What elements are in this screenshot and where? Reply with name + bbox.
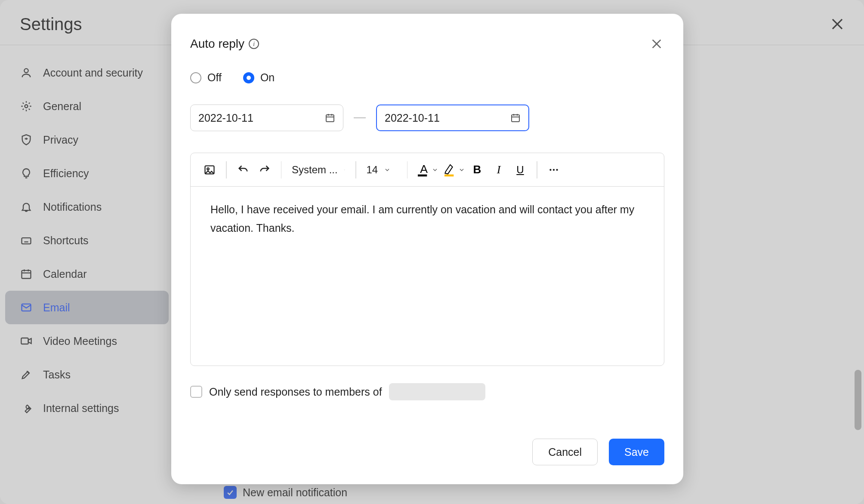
toolbar-separator — [537, 161, 537, 178]
chevron-down-icon — [344, 166, 345, 173]
modal-title-wrap: Auto reply i — [190, 37, 259, 51]
auto-reply-toggle: Off On — [190, 71, 664, 84]
chevron-down-icon — [384, 166, 391, 173]
font-size-value: 14 — [367, 164, 378, 176]
modal-footer: Cancel Save — [190, 439, 664, 465]
font-family-value: System ... — [292, 164, 338, 176]
start-date-value: 2022-10-11 — [198, 112, 253, 124]
undo-button[interactable] — [233, 160, 253, 180]
members-only-checkbox[interactable] — [190, 386, 202, 398]
insert-image-button[interactable] — [199, 160, 220, 180]
svg-rect-25 — [512, 115, 519, 122]
members-only-row: Only send responses to members of — [190, 383, 664, 400]
italic-icon: I — [497, 163, 501, 176]
cancel-button[interactable]: Cancel — [532, 439, 598, 465]
modal-title: Auto reply — [190, 37, 244, 51]
auto-reply-editor: System ... 14 A — [190, 153, 664, 366]
calendar-icon — [510, 113, 521, 123]
svg-rect-33 — [444, 174, 454, 176]
toolbar-separator — [226, 161, 227, 178]
underline-icon: U — [516, 164, 524, 176]
svg-point-34 — [549, 169, 551, 170]
radio-off[interactable]: Off — [190, 71, 222, 84]
radio-off-label: Off — [207, 71, 222, 84]
font-color-icon: A — [414, 161, 432, 178]
calendar-icon — [325, 113, 335, 123]
radio-icon — [243, 72, 254, 83]
image-icon — [204, 164, 216, 176]
toolbar-separator — [281, 161, 282, 178]
svg-rect-21 — [326, 115, 334, 122]
redo-icon — [259, 164, 271, 176]
bold-button[interactable]: B — [467, 160, 488, 180]
chevron-down-icon — [458, 166, 465, 173]
editor-toolbar: System ... 14 A — [191, 153, 664, 187]
members-org-badge — [389, 383, 485, 400]
svg-point-35 — [552, 169, 554, 170]
end-date-value: 2022-10-11 — [385, 112, 440, 124]
underline-button[interactable]: U — [510, 160, 531, 180]
redo-button[interactable] — [254, 160, 275, 180]
svg-rect-32 — [418, 174, 427, 176]
modal-close-button[interactable] — [649, 36, 664, 52]
radio-on[interactable]: On — [243, 71, 275, 84]
svg-text:A: A — [420, 162, 428, 175]
end-date-input[interactable]: 2022-10-11 — [376, 104, 529, 131]
toolbar-separator — [407, 161, 408, 178]
svg-point-30 — [207, 168, 209, 170]
info-icon[interactable]: i — [249, 39, 259, 49]
auto-reply-modal: Auto reply i Off On 2022-10-11 2022-10-1… — [171, 14, 683, 484]
highlight-icon — [441, 161, 458, 178]
close-icon — [650, 37, 663, 51]
svg-point-36 — [556, 169, 558, 170]
font-size-select[interactable]: 14 — [362, 164, 401, 176]
italic-button[interactable]: I — [488, 160, 509, 180]
modal-header: Auto reply i — [190, 36, 664, 52]
highlight-color-button[interactable] — [440, 160, 466, 180]
font-color-button[interactable]: A — [413, 160, 439, 180]
undo-icon — [237, 164, 249, 176]
toolbar-separator — [355, 161, 356, 178]
editor-textarea[interactable]: Hello, I have received your email. I am … — [191, 187, 664, 366]
radio-on-label: On — [260, 71, 275, 84]
chevron-down-icon — [432, 166, 438, 173]
bold-icon: B — [473, 163, 481, 176]
date-range-row: 2022-10-11 2022-10-11 — [190, 104, 664, 131]
date-range-separator — [354, 117, 366, 118]
save-button[interactable]: Save — [609, 439, 664, 465]
radio-icon — [190, 72, 201, 83]
more-icon — [548, 164, 559, 175]
members-only-label: Only send responses to members of — [209, 386, 382, 398]
start-date-input[interactable]: 2022-10-11 — [190, 104, 343, 131]
more-options-button[interactable] — [543, 160, 564, 180]
font-family-select[interactable]: System ... — [287, 164, 349, 176]
